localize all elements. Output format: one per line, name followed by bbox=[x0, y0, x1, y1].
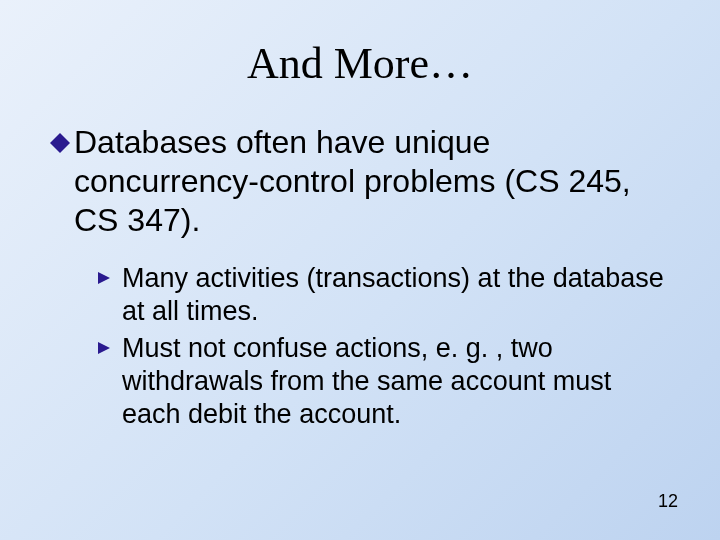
triangle-bullet-icon bbox=[96, 340, 112, 360]
page-number: 12 bbox=[658, 491, 678, 512]
svg-marker-0 bbox=[50, 133, 70, 153]
slide: And More… Databases often have unique co… bbox=[0, 0, 720, 540]
svg-marker-2 bbox=[98, 342, 110, 354]
sub-bullet: Many activities (transactions) at the da… bbox=[96, 262, 670, 328]
sub-bullet-text: Many activities (transactions) at the da… bbox=[122, 262, 670, 328]
sub-bullet: Must not confuse actions, e. g. , two wi… bbox=[96, 332, 670, 431]
slide-title: And More… bbox=[50, 38, 670, 89]
main-bullet: Databases often have unique concurrency-… bbox=[50, 123, 670, 240]
svg-marker-1 bbox=[98, 272, 110, 284]
diamond-bullet-icon bbox=[50, 133, 70, 157]
sub-bullet-text: Must not confuse actions, e. g. , two wi… bbox=[122, 332, 670, 431]
sub-bullet-list: Many activities (transactions) at the da… bbox=[96, 262, 670, 431]
triangle-bullet-icon bbox=[96, 270, 112, 290]
main-bullet-text: Databases often have unique concurrency-… bbox=[74, 123, 670, 240]
